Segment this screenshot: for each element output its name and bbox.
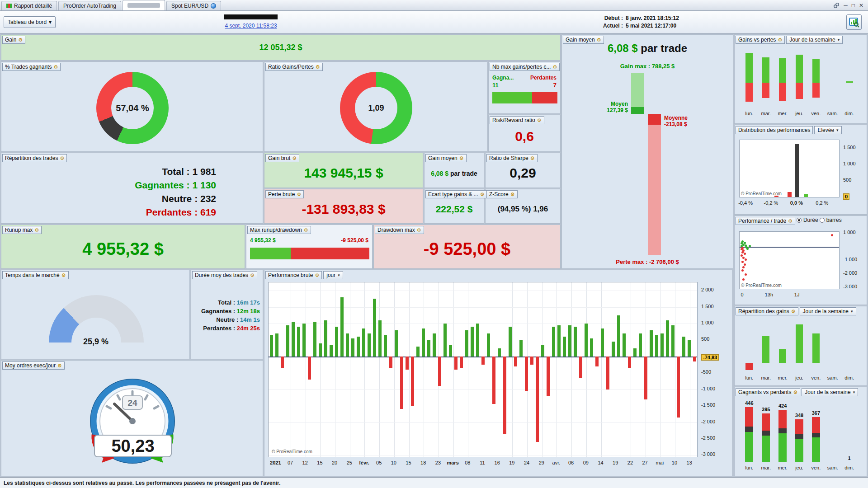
- weekday-dropdown[interactable]: Jour de la semaine▾: [802, 388, 858, 396]
- win-rate-header[interactable]: % Trades gagnants⚙: [2, 63, 61, 71]
- wrench-icon[interactable]: ⚙: [292, 156, 297, 161]
- std-dev-header[interactable]: Ecart type gains & ...⚙: [425, 190, 487, 198]
- wrench-icon[interactable]: ⚙: [788, 219, 793, 224]
- stacked-bar-segment: [762, 431, 770, 436]
- gains-vs-losses-header[interactable]: Gains vs pertes⚙: [736, 36, 785, 44]
- wrench-icon[interactable]: ⚙: [316, 65, 320, 70]
- avg-duration-header[interactable]: Durée moy des trades⚙: [192, 271, 257, 279]
- x-tick-label: 18: [420, 460, 426, 465]
- wrench-icon[interactable]: ⚙: [537, 118, 542, 123]
- tab-spot-eurusd[interactable]: Spot EUR/USD: [166, 1, 221, 10]
- maximize-button[interactable]: □: [852, 2, 855, 9]
- gross-loss-header[interactable]: Perte brute⚙: [265, 190, 304, 198]
- gridline: [542, 282, 542, 457]
- duration-radio[interactable]: Durée: [797, 217, 818, 223]
- distribution-header[interactable]: Distribution des performances: [736, 126, 813, 134]
- period-dropdown[interactable]: jour▾: [323, 271, 343, 279]
- avg-gain-chart-header[interactable]: Gain moyen⚙: [563, 36, 604, 44]
- gains-split-panel: Répartition des gains⚙ Jour de la semain…: [734, 306, 867, 386]
- wrench-icon[interactable]: ⚙: [597, 38, 601, 42]
- perf-bar: [357, 337, 360, 357]
- wrench-icon[interactable]: ⚙: [60, 156, 64, 161]
- runup-max-header[interactable]: Runup max⚙: [2, 226, 42, 234]
- duration-total-row: Total : 16m 17s: [194, 298, 260, 307]
- ratio-header[interactable]: Ratio Gains/Pertes⚙: [265, 63, 323, 71]
- wrench-icon[interactable]: ⚙: [510, 192, 515, 197]
- wrench-icon[interactable]: ⚙: [315, 273, 319, 278]
- perf-bar: [639, 333, 642, 357]
- drawdown-max-header[interactable]: Drawdown max⚙: [375, 226, 424, 234]
- wrench-icon[interactable]: ⚙: [480, 192, 485, 197]
- zscore-header[interactable]: Z-Score⚙: [486, 190, 518, 198]
- toolbar-center: 4 sept. 2020 11:58:23: [217, 14, 285, 29]
- start-date-link[interactable]: 4 sept. 2020 11:58:23: [225, 23, 277, 29]
- wrench-icon[interactable]: ⚙: [552, 65, 557, 70]
- risk-reward-header[interactable]: Risk/Reward ratio⚙: [490, 116, 544, 124]
- wrench-icon[interactable]: ⚙: [530, 156, 535, 161]
- toolbar: Tableau de bord ▾ 4 sept. 2020 11:58:23 …: [0, 11, 868, 33]
- close-button[interactable]: ✕: [859, 2, 863, 9]
- wrench-icon[interactable]: ⚙: [791, 309, 796, 314]
- dashboard-dropdown-button[interactable]: Tableau de bord ▾: [4, 16, 56, 28]
- x-tick-label: mar.: [761, 465, 771, 470]
- x-tick-label: 15: [317, 460, 322, 465]
- weekday-dropdown[interactable]: Jour de la semaine▾: [800, 307, 856, 315]
- wrench-icon[interactable]: ⚙: [459, 156, 464, 161]
- avg-gain-suffix: par trade: [448, 170, 477, 177]
- runup-drawdown-header[interactable]: Max runup/drawdown⚙: [247, 226, 311, 234]
- wrench-icon[interactable]: ⚙: [61, 273, 66, 278]
- trade-split-header[interactable]: Répartition des trades⚙: [2, 154, 67, 162]
- x-tick-label: dim.: [844, 375, 854, 380]
- runup-drawdown-bar: [250, 248, 369, 259]
- gross-performance-header[interactable]: Performance brute⚙: [265, 271, 322, 279]
- statistics-tool-button[interactable]: [846, 14, 862, 30]
- wrench-icon[interactable]: ⚙: [34, 228, 39, 233]
- avg-orders-header[interactable]: Moy ordres exec/jour⚙: [2, 361, 65, 370]
- perf-bar: [427, 340, 430, 356]
- bar-value-label: 424: [778, 403, 787, 408]
- wrench-icon[interactable]: ⚙: [417, 228, 421, 233]
- wrench-icon[interactable]: ⚙: [250, 273, 255, 278]
- gross-loss-title: Perte brute: [268, 191, 295, 197]
- time-in-market-header[interactable]: Temps dans le marché⚙: [2, 271, 69, 279]
- minimize-button[interactable]: ─: [844, 2, 848, 9]
- perf-bar: [688, 340, 691, 356]
- gridline: [675, 282, 675, 457]
- precision-dropdown[interactable]: Elevée▾: [814, 126, 841, 134]
- avg-gain-panel: Gain moyen⚙ 6,08 $ par trade: [424, 153, 484, 188]
- wrench-icon[interactable]: ⚙: [297, 192, 301, 197]
- stacked-bar-segment: [812, 433, 820, 437]
- gains-split-title: Répartition des gains: [738, 308, 789, 314]
- winners-vs-losers-header[interactable]: Gagnants vs perdants⚙: [736, 388, 800, 396]
- tab-active-redacted[interactable]: [123, 0, 165, 10]
- gross-gain-header[interactable]: Gain brut⚙: [265, 154, 299, 162]
- performance-per-trade-header[interactable]: Performance / trade⚙: [736, 217, 795, 225]
- loss-bar: [745, 83, 753, 102]
- max-consecutive-header[interactable]: Nb max gains/pertes c...⚙: [490, 63, 560, 71]
- wrench-icon[interactable]: ⚙: [304, 228, 308, 233]
- wrench-icon[interactable]: ⚙: [18, 38, 23, 42]
- wrench-icon[interactable]: ⚙: [53, 65, 58, 70]
- avg-gain-header[interactable]: Gain moyen⚙: [425, 154, 467, 162]
- wrench-icon[interactable]: ⚙: [778, 38, 782, 42]
- perf-bar: [297, 327, 300, 357]
- weekday-dropdown[interactable]: Jour de la semaine▾: [786, 36, 843, 44]
- perf-bar: [568, 325, 571, 357]
- wrench-icon[interactable]: ⚙: [57, 363, 62, 368]
- scatter-point: [741, 261, 744, 263]
- tab-rapport-detaille[interactable]: Rapport détaillé: [1, 1, 57, 10]
- weekday-dropdown-label: Jour de la semaine: [803, 308, 849, 314]
- gain-split-bar: [812, 333, 820, 362]
- perf-bar: [395, 330, 398, 357]
- gain-panel-header[interactable]: Gain⚙: [2, 36, 25, 44]
- consecutive-losses-value: 7: [553, 82, 557, 89]
- tab-proorder-autotrading[interactable]: ProOrder AutoTrading: [58, 1, 121, 10]
- scatter-point: [745, 273, 747, 276]
- x-tick-label: mer.: [778, 465, 787, 470]
- x-tick-label: avr.: [552, 460, 561, 465]
- gains-split-header[interactable]: Répartition des gains⚙: [736, 307, 798, 315]
- bars-radio[interactable]: barres: [820, 217, 842, 223]
- sharpe-header[interactable]: Ratio de Sharpe⚙: [486, 154, 538, 162]
- wrench-icon[interactable]: ⚙: [793, 390, 797, 395]
- pin-icon[interactable]: [833, 2, 840, 9]
